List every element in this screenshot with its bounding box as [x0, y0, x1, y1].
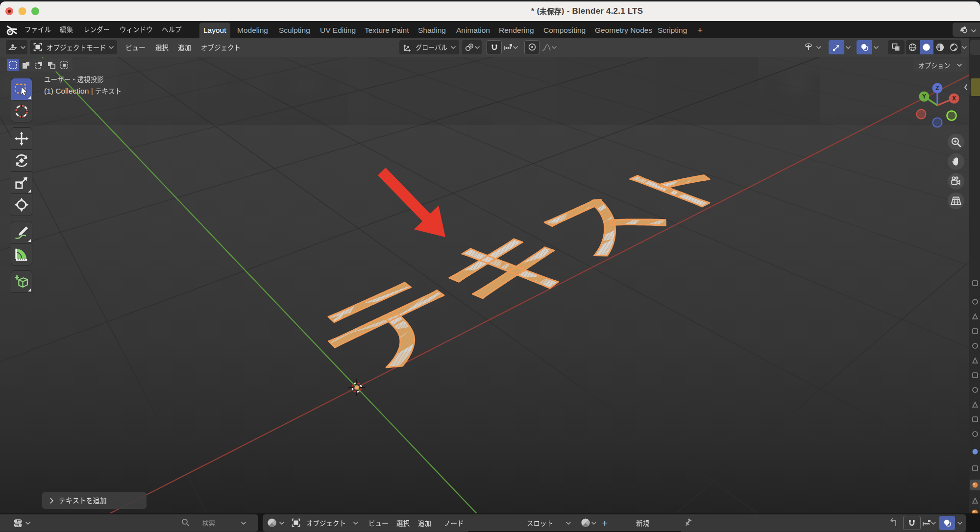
svg-text:Y: Y	[922, 93, 926, 100]
svg-text:Z: Z	[935, 85, 939, 92]
svg-text:X: X	[952, 95, 956, 102]
